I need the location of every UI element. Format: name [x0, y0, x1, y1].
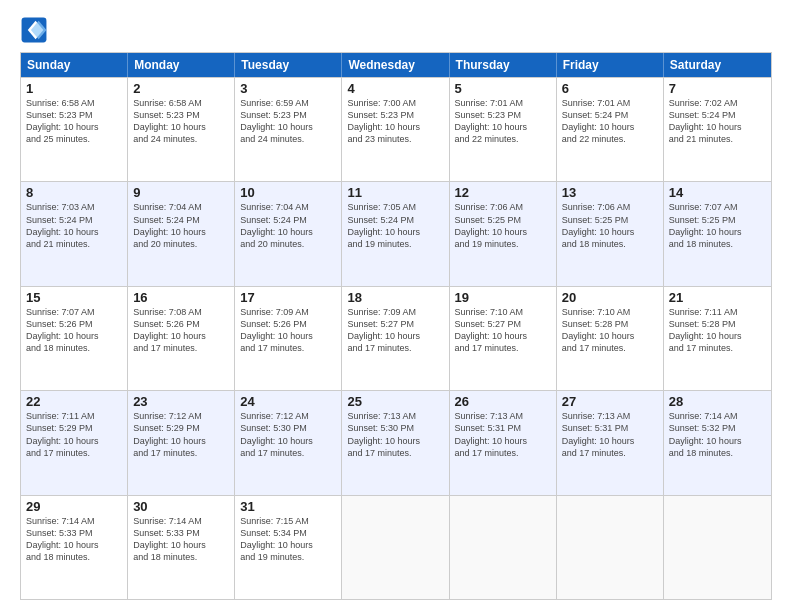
day-number: 19 [455, 290, 551, 305]
header [20, 16, 772, 44]
day-info: Sunrise: 7:06 AM Sunset: 5:25 PM Dayligh… [562, 201, 658, 250]
day-info: Sunrise: 7:07 AM Sunset: 5:25 PM Dayligh… [669, 201, 766, 250]
calendar-cell: 21Sunrise: 7:11 AM Sunset: 5:28 PM Dayli… [664, 287, 771, 390]
calendar-cell [342, 496, 449, 599]
day-number: 31 [240, 499, 336, 514]
day-number: 12 [455, 185, 551, 200]
day-number: 3 [240, 81, 336, 96]
calendar-week: 22Sunrise: 7:11 AM Sunset: 5:29 PM Dayli… [21, 390, 771, 494]
day-number: 26 [455, 394, 551, 409]
day-info: Sunrise: 7:04 AM Sunset: 5:24 PM Dayligh… [133, 201, 229, 250]
calendar-cell: 16Sunrise: 7:08 AM Sunset: 5:26 PM Dayli… [128, 287, 235, 390]
day-number: 17 [240, 290, 336, 305]
day-info: Sunrise: 7:07 AM Sunset: 5:26 PM Dayligh… [26, 306, 122, 355]
calendar-cell: 31Sunrise: 7:15 AM Sunset: 5:34 PM Dayli… [235, 496, 342, 599]
calendar-cell: 19Sunrise: 7:10 AM Sunset: 5:27 PM Dayli… [450, 287, 557, 390]
day-info: Sunrise: 7:01 AM Sunset: 5:24 PM Dayligh… [562, 97, 658, 146]
calendar-cell: 28Sunrise: 7:14 AM Sunset: 5:32 PM Dayli… [664, 391, 771, 494]
day-info: Sunrise: 7:14 AM Sunset: 5:33 PM Dayligh… [26, 515, 122, 564]
day-number: 16 [133, 290, 229, 305]
calendar-week: 29Sunrise: 7:14 AM Sunset: 5:33 PM Dayli… [21, 495, 771, 599]
page: SundayMondayTuesdayWednesdayThursdayFrid… [0, 0, 792, 612]
calendar-header-cell: Friday [557, 53, 664, 77]
day-info: Sunrise: 7:09 AM Sunset: 5:26 PM Dayligh… [240, 306, 336, 355]
day-info: Sunrise: 6:58 AM Sunset: 5:23 PM Dayligh… [133, 97, 229, 146]
calendar-cell: 29Sunrise: 7:14 AM Sunset: 5:33 PM Dayli… [21, 496, 128, 599]
day-number: 30 [133, 499, 229, 514]
calendar-week: 8Sunrise: 7:03 AM Sunset: 5:24 PM Daylig… [21, 181, 771, 285]
calendar-header-cell: Saturday [664, 53, 771, 77]
calendar-body: 1Sunrise: 6:58 AM Sunset: 5:23 PM Daylig… [21, 77, 771, 599]
day-number: 20 [562, 290, 658, 305]
day-number: 23 [133, 394, 229, 409]
calendar-cell: 22Sunrise: 7:11 AM Sunset: 5:29 PM Dayli… [21, 391, 128, 494]
calendar-week: 1Sunrise: 6:58 AM Sunset: 5:23 PM Daylig… [21, 77, 771, 181]
calendar-cell: 3Sunrise: 6:59 AM Sunset: 5:23 PM Daylig… [235, 78, 342, 181]
day-number: 4 [347, 81, 443, 96]
day-info: Sunrise: 7:12 AM Sunset: 5:29 PM Dayligh… [133, 410, 229, 459]
day-info: Sunrise: 7:05 AM Sunset: 5:24 PM Dayligh… [347, 201, 443, 250]
day-info: Sunrise: 7:12 AM Sunset: 5:30 PM Dayligh… [240, 410, 336, 459]
logo [20, 16, 52, 44]
day-number: 2 [133, 81, 229, 96]
calendar-cell [664, 496, 771, 599]
day-info: Sunrise: 7:14 AM Sunset: 5:33 PM Dayligh… [133, 515, 229, 564]
day-info: Sunrise: 7:11 AM Sunset: 5:28 PM Dayligh… [669, 306, 766, 355]
day-number: 27 [562, 394, 658, 409]
day-number: 15 [26, 290, 122, 305]
day-number: 29 [26, 499, 122, 514]
day-number: 18 [347, 290, 443, 305]
calendar-cell: 14Sunrise: 7:07 AM Sunset: 5:25 PM Dayli… [664, 182, 771, 285]
logo-icon [20, 16, 48, 44]
day-number: 28 [669, 394, 766, 409]
day-info: Sunrise: 7:02 AM Sunset: 5:24 PM Dayligh… [669, 97, 766, 146]
calendar-cell: 1Sunrise: 6:58 AM Sunset: 5:23 PM Daylig… [21, 78, 128, 181]
day-number: 9 [133, 185, 229, 200]
calendar-cell [450, 496, 557, 599]
day-number: 1 [26, 81, 122, 96]
calendar-cell: 27Sunrise: 7:13 AM Sunset: 5:31 PM Dayli… [557, 391, 664, 494]
calendar-header-cell: Wednesday [342, 53, 449, 77]
calendar-header-cell: Monday [128, 53, 235, 77]
day-number: 7 [669, 81, 766, 96]
day-number: 21 [669, 290, 766, 305]
day-info: Sunrise: 7:11 AM Sunset: 5:29 PM Dayligh… [26, 410, 122, 459]
day-number: 8 [26, 185, 122, 200]
day-info: Sunrise: 7:13 AM Sunset: 5:30 PM Dayligh… [347, 410, 443, 459]
day-info: Sunrise: 6:58 AM Sunset: 5:23 PM Dayligh… [26, 97, 122, 146]
day-info: Sunrise: 7:01 AM Sunset: 5:23 PM Dayligh… [455, 97, 551, 146]
calendar-week: 15Sunrise: 7:07 AM Sunset: 5:26 PM Dayli… [21, 286, 771, 390]
calendar-header-cell: Sunday [21, 53, 128, 77]
day-info: Sunrise: 7:10 AM Sunset: 5:27 PM Dayligh… [455, 306, 551, 355]
calendar-cell: 17Sunrise: 7:09 AM Sunset: 5:26 PM Dayli… [235, 287, 342, 390]
day-info: Sunrise: 7:04 AM Sunset: 5:24 PM Dayligh… [240, 201, 336, 250]
day-info: Sunrise: 7:14 AM Sunset: 5:32 PM Dayligh… [669, 410, 766, 459]
day-number: 24 [240, 394, 336, 409]
day-info: Sunrise: 7:06 AM Sunset: 5:25 PM Dayligh… [455, 201, 551, 250]
calendar-cell: 9Sunrise: 7:04 AM Sunset: 5:24 PM Daylig… [128, 182, 235, 285]
day-number: 6 [562, 81, 658, 96]
day-info: Sunrise: 6:59 AM Sunset: 5:23 PM Dayligh… [240, 97, 336, 146]
calendar-cell: 2Sunrise: 6:58 AM Sunset: 5:23 PM Daylig… [128, 78, 235, 181]
calendar-cell: 30Sunrise: 7:14 AM Sunset: 5:33 PM Dayli… [128, 496, 235, 599]
calendar-cell: 23Sunrise: 7:12 AM Sunset: 5:29 PM Dayli… [128, 391, 235, 494]
calendar-cell: 20Sunrise: 7:10 AM Sunset: 5:28 PM Dayli… [557, 287, 664, 390]
day-info: Sunrise: 7:03 AM Sunset: 5:24 PM Dayligh… [26, 201, 122, 250]
calendar-header-cell: Tuesday [235, 53, 342, 77]
day-number: 5 [455, 81, 551, 96]
calendar-header-row: SundayMondayTuesdayWednesdayThursdayFrid… [21, 53, 771, 77]
calendar-cell: 5Sunrise: 7:01 AM Sunset: 5:23 PM Daylig… [450, 78, 557, 181]
calendar-cell: 6Sunrise: 7:01 AM Sunset: 5:24 PM Daylig… [557, 78, 664, 181]
day-number: 14 [669, 185, 766, 200]
calendar-cell: 4Sunrise: 7:00 AM Sunset: 5:23 PM Daylig… [342, 78, 449, 181]
day-number: 25 [347, 394, 443, 409]
calendar-cell: 11Sunrise: 7:05 AM Sunset: 5:24 PM Dayli… [342, 182, 449, 285]
day-info: Sunrise: 7:00 AM Sunset: 5:23 PM Dayligh… [347, 97, 443, 146]
calendar-cell: 18Sunrise: 7:09 AM Sunset: 5:27 PM Dayli… [342, 287, 449, 390]
calendar: SundayMondayTuesdayWednesdayThursdayFrid… [20, 52, 772, 600]
day-info: Sunrise: 7:10 AM Sunset: 5:28 PM Dayligh… [562, 306, 658, 355]
calendar-cell: 12Sunrise: 7:06 AM Sunset: 5:25 PM Dayli… [450, 182, 557, 285]
day-info: Sunrise: 7:08 AM Sunset: 5:26 PM Dayligh… [133, 306, 229, 355]
calendar-cell: 24Sunrise: 7:12 AM Sunset: 5:30 PM Dayli… [235, 391, 342, 494]
calendar-header-cell: Thursday [450, 53, 557, 77]
